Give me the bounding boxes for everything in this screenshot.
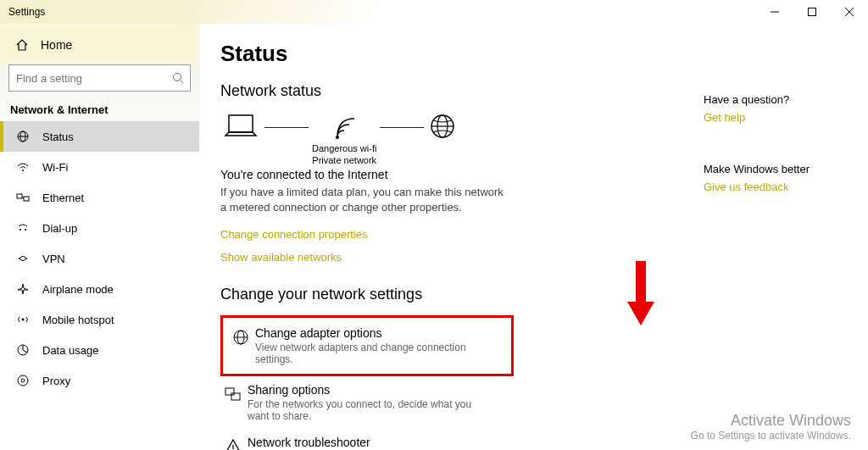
sidebar-item-label: Proxy (42, 375, 70, 387)
connected-description: If you have a limited data plan, you can… (220, 185, 509, 214)
option-sharing[interactable]: Sharing options For the networks you con… (220, 376, 498, 429)
option-desc: View network adapters and change connect… (255, 342, 503, 365)
sidebar-item-label: Data usage (42, 344, 99, 357)
watermark-title: Activate Windows (691, 412, 851, 430)
proxy-icon (15, 373, 31, 388)
option-change-adapter[interactable]: Change adapter options View network adap… (220, 315, 514, 376)
sidebar: Home Network & Internet Status Wi-Fi Eth… (0, 24, 200, 450)
help-heading: Have a question? (704, 93, 848, 106)
link-show-available-networks[interactable]: Show available networks (220, 251, 342, 264)
status-icon (15, 129, 31, 144)
laptop-icon (220, 112, 261, 141)
ethernet-icon (15, 190, 31, 205)
sidebar-item-label: Wi-Fi (42, 161, 68, 174)
svg-point-13 (19, 229, 21, 231)
globe-icon (427, 112, 458, 141)
sidebar-item-ethernet[interactable]: Ethernet (0, 182, 199, 213)
option-title: Sharing options (248, 383, 495, 397)
option-desc: For the networks you connect to, decide … (248, 398, 495, 422)
troubleshoot-icon (224, 437, 248, 450)
window-controls (756, 0, 868, 24)
svg-point-4 (174, 74, 181, 81)
sidebar-item-hotspot[interactable]: Mobile hotspot (0, 304, 199, 335)
svg-rect-29 (225, 388, 234, 395)
sidebar-category: Network & Internet (0, 103, 199, 121)
diagram-wifi-name: Dangerous wi-fi (312, 142, 376, 154)
sidebar-item-status[interactable]: Status (0, 121, 199, 152)
activation-watermark: Activate Windows Go to Settings to activ… (691, 412, 851, 442)
svg-point-19 (18, 375, 28, 386)
svg-rect-11 (24, 197, 29, 201)
feedback-heading: Make Windows better (704, 163, 848, 175)
wifi-diagram-icon (329, 112, 359, 141)
svg-rect-30 (231, 393, 240, 400)
datausage-icon (15, 342, 31, 358)
close-button[interactable] (831, 0, 868, 24)
sidebar-item-label: Status (42, 131, 74, 143)
dialup-icon (15, 220, 31, 236)
svg-rect-1 (809, 8, 816, 16)
sidebar-item-datausage[interactable]: Data usage (0, 335, 199, 365)
home-icon (15, 38, 29, 52)
sharing-icon (224, 385, 248, 403)
sidebar-item-label: VPN (42, 253, 65, 265)
link-change-connection-properties[interactable]: Change connection properties (220, 228, 367, 241)
link-give-feedback[interactable]: Give us feedback (704, 181, 848, 193)
svg-rect-33 (636, 261, 646, 302)
link-get-help[interactable]: Get help (704, 111, 848, 124)
sidebar-item-airplane[interactable]: Airplane mode (0, 274, 199, 304)
svg-point-9 (22, 169, 24, 171)
sidebar-item-label: Mobile hotspot (42, 314, 114, 326)
option-title: Network troubleshooter (248, 436, 409, 449)
option-title: Change adapter options (255, 326, 503, 340)
globe-net-icon (231, 328, 255, 347)
sidebar-item-label: Ethernet (42, 192, 84, 204)
search-input[interactable] (9, 72, 166, 85)
minimize-button[interactable] (756, 0, 793, 24)
home-button[interactable]: Home (0, 29, 199, 61)
watermark-subtitle: Go to Settings to activate Windows. (691, 430, 851, 442)
sidebar-item-dialup[interactable]: Dial-up (0, 213, 199, 243)
svg-line-5 (181, 81, 184, 84)
main-content: Status Network status Dangerous wi-fi Pr… (200, 24, 868, 450)
sidebar-item-proxy[interactable]: Proxy (0, 365, 199, 396)
annotation-arrow-icon (624, 261, 658, 329)
vpn-icon (15, 251, 31, 266)
page-title: Status (220, 41, 868, 67)
airplane-icon (15, 281, 31, 297)
section-change-settings: Change your network settings (220, 286, 868, 303)
sidebar-item-vpn[interactable]: VPN (0, 243, 199, 274)
svg-rect-21 (229, 115, 253, 132)
hotspot-icon (15, 312, 31, 327)
svg-point-14 (25, 229, 26, 231)
home-label: Home (41, 38, 72, 52)
search-icon (166, 72, 190, 84)
help-panel: Have a question? Get help Make Windows b… (704, 71, 848, 193)
option-troubleshooter[interactable]: Network troubleshooter Diagnose and fix … (220, 429, 498, 450)
window-title: Settings (8, 6, 45, 18)
search-box[interactable] (8, 64, 191, 92)
sidebar-item-label: Dial-up (42, 222, 77, 235)
svg-point-22 (336, 136, 339, 139)
svg-rect-10 (17, 194, 22, 198)
sidebar-item-label: Airplane mode (42, 283, 114, 296)
svg-point-17 (22, 319, 25, 321)
titlebar: Settings (0, 0, 868, 24)
maximize-button[interactable] (793, 0, 831, 24)
wifi-icon (15, 159, 31, 175)
svg-point-20 (21, 379, 25, 382)
sidebar-item-wifi[interactable]: Wi-Fi (0, 152, 199, 182)
diagram-net-type: Private network (312, 154, 376, 166)
